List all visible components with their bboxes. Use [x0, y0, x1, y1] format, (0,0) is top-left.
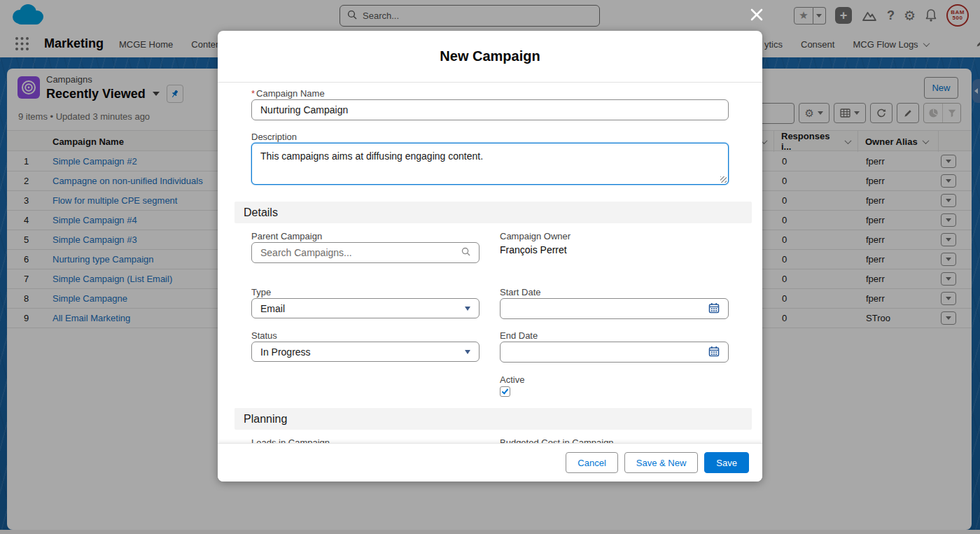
- end-date-input[interactable]: [500, 342, 729, 363]
- section-planning: Planning: [234, 408, 752, 430]
- modal-title: New Campaign: [440, 48, 540, 64]
- active-checkbox[interactable]: [500, 386, 510, 397]
- select-chevron-icon: [465, 350, 470, 354]
- select-chevron-icon: [465, 307, 470, 311]
- section-details: Details: [234, 202, 752, 223]
- budgeted-cost-label: Budgeted Cost in Campaign: [500, 437, 614, 443]
- cancel-button[interactable]: Cancel: [566, 452, 617, 473]
- required-asterisk: *: [251, 88, 255, 99]
- textarea-resize-handle[interactable]: [720, 176, 727, 183]
- campaign-name-label: *Campaign Name: [251, 88, 325, 99]
- calendar-icon[interactable]: [708, 346, 720, 359]
- description-textarea[interactable]: This campaigns aims at diffusing engagin…: [251, 143, 729, 185]
- end-date-label: End Date: [500, 330, 538, 341]
- active-label: Active: [500, 374, 524, 385]
- save-button[interactable]: Save: [704, 452, 749, 473]
- parent-campaign-placeholder: Search Campaigns...: [260, 247, 352, 258]
- parent-campaign-lookup[interactable]: Search Campaigns...: [251, 242, 479, 263]
- modal-close-icon[interactable]: [748, 6, 766, 24]
- campaign-owner-value: François Perret: [500, 244, 567, 255]
- leads-in-campaign-label: Leads in Campaign: [251, 437, 330, 443]
- calendar-icon[interactable]: [708, 302, 720, 316]
- status-label: Status: [251, 330, 277, 341]
- type-select[interactable]: Email: [251, 298, 479, 318]
- modal-body: *Campaign Name Description This campaign…: [218, 83, 762, 443]
- modal-header: New Campaign: [218, 31, 762, 83]
- status-value: In Progress: [260, 346, 311, 358]
- status-select[interactable]: In Progress: [251, 342, 479, 362]
- parent-campaign-label: Parent Campaign: [251, 231, 322, 241]
- campaign-owner-label: Campaign Owner: [500, 231, 570, 241]
- start-date-input[interactable]: [500, 298, 729, 319]
- description-label: Description: [251, 132, 297, 142]
- type-label: Type: [251, 287, 271, 297]
- start-date-label: Start Date: [500, 287, 541, 297]
- campaign-name-input[interactable]: [251, 99, 729, 120]
- new-campaign-modal: New Campaign *Campaign Name Description …: [218, 31, 762, 482]
- lookup-search-icon: [461, 247, 470, 258]
- type-value: Email: [260, 303, 285, 314]
- save-and-new-button[interactable]: Save & New: [624, 452, 699, 473]
- modal-footer: Cancel Save & New Save: [218, 443, 762, 482]
